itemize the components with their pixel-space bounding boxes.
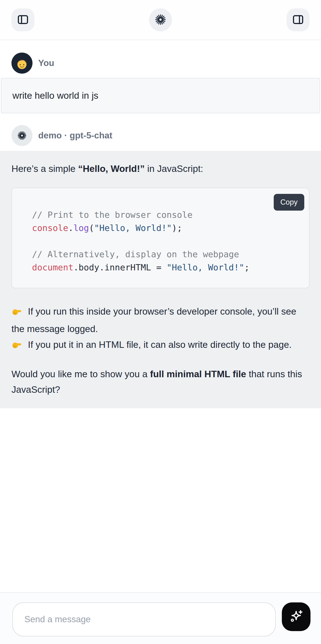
top-bar	[0, 0, 321, 40]
user-message-text: write hello world in js	[12, 90, 98, 101]
assistant-message-header: demo · gpt-5-chat	[0, 125, 321, 146]
copy-code-button[interactable]: Copy	[274, 194, 304, 210]
assistant-sender-name: demo · gpt-5-chat	[38, 130, 112, 140]
user-avatar	[11, 52, 32, 74]
assistant-message-bubble: Here’s a simple “Hello, World!” in JavaS…	[0, 151, 321, 408]
assistant-notes: If you run this inside your browser’s de…	[11, 304, 310, 354]
starburst-icon	[16, 130, 27, 141]
person-emoji-icon	[11, 52, 32, 74]
pointing-right-emoji	[11, 338, 22, 354]
pointing-right-emoji	[11, 305, 22, 321]
user-message-header: You	[0, 52, 321, 74]
note-line: If you run this inside your browser’s de…	[11, 306, 297, 334]
panel-left-icon	[17, 14, 29, 26]
panel-right-icon	[292, 14, 304, 26]
composer-bar	[0, 592, 321, 644]
send-button[interactable]	[282, 602, 311, 631]
code-content: // Print to the browser consoleconsole.l…	[32, 208, 298, 274]
message-input[interactable]	[12, 602, 276, 636]
assistant-avatar	[11, 125, 32, 146]
code-block: Copy // Print to the browser consolecons…	[11, 188, 310, 288]
sparkles-icon	[288, 608, 304, 625]
assistant-intro-text: Here’s a simple “Hello, World!” in JavaS…	[11, 161, 310, 176]
chat-message-list: You write hello world in js	[0, 40, 321, 592]
assistant-outro-text: Would you like me to show you a full min…	[11, 366, 310, 397]
note-line: If you put it in an HTML file, it can al…	[11, 340, 292, 350]
starburst-logo-icon	[154, 13, 167, 27]
user-sender-name: You	[38, 58, 54, 68]
app-logo-button[interactable]	[149, 8, 172, 31]
right-panel-toggle-button[interactable]	[287, 8, 310, 31]
user-message-bubble: write hello world in js	[1, 78, 320, 113]
sidebar-toggle-button[interactable]	[11, 8, 34, 31]
